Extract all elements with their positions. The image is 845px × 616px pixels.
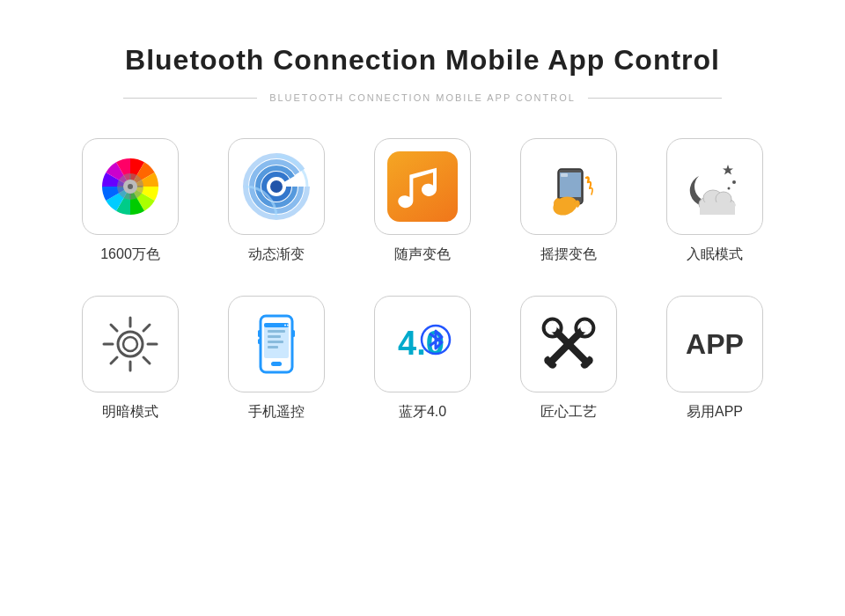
- music-bg: [387, 151, 458, 222]
- icon-item-color16: 1600万色: [73, 138, 187, 264]
- svg-rect-43: [258, 339, 261, 344]
- app-text: APP: [686, 328, 744, 361]
- svg-line-35: [111, 357, 117, 363]
- svg-rect-47: [268, 341, 283, 343]
- brightness-icon: [95, 309, 165, 379]
- music-note-icon: [387, 151, 458, 222]
- main-title: Bluetooth Connection Mobile App Control: [125, 44, 720, 77]
- icon-label-app: 易用APP: [687, 403, 743, 422]
- svg-rect-42: [258, 330, 261, 337]
- icon-label-brightness: 明暗模式: [102, 403, 158, 422]
- icon-box-sleep: [666, 138, 763, 235]
- subtitle-text: BLUETOOTH CONNECTION MOBILE APP CONTROL: [257, 92, 588, 103]
- dynamic-gradient-icon: [241, 151, 312, 222]
- svg-point-18: [732, 180, 736, 184]
- icon-box-shake: [520, 138, 617, 235]
- icon-item-brightness: 明暗模式: [73, 296, 187, 422]
- icon-box-brightness: [82, 296, 179, 392]
- svg-rect-25: [700, 202, 735, 215]
- icons-row-2: 明暗模式: [73, 296, 772, 422]
- svg-point-19: [728, 187, 731, 190]
- color-wheel-icon: [95, 151, 165, 222]
- icon-label-bluetooth: 蓝牙4.0: [399, 403, 446, 422]
- svg-rect-44: [292, 330, 295, 337]
- icon-label-dynamic: 动态渐变: [248, 246, 305, 264]
- icon-box-dynamic: [228, 138, 325, 235]
- icon-label-color16: 1600万色: [100, 246, 160, 264]
- phone-remote-icon: [241, 309, 312, 379]
- icon-item-shake: 摇摆变色: [511, 138, 626, 264]
- icon-label-craft: 匠心工艺: [540, 403, 597, 422]
- icon-label-remote: 手机遥控: [248, 403, 305, 422]
- icon-item-craft: 匠心工艺: [511, 296, 626, 422]
- subtitle-line-right: [588, 98, 722, 99]
- subtitle-line-left: [123, 98, 257, 99]
- icon-box-bluetooth: 4.0: [374, 296, 471, 392]
- icon-box-app: APP: [666, 296, 763, 392]
- svg-point-11: [270, 180, 283, 193]
- icon-item-music: 随声变色: [365, 138, 480, 264]
- svg-marker-17: [723, 165, 733, 175]
- svg-rect-48: [268, 346, 278, 348]
- tools-icon: [533, 309, 604, 379]
- svg-point-27: [123, 337, 137, 351]
- icon-item-app: APP 易用APP: [658, 296, 772, 422]
- svg-line-34: [143, 325, 150, 331]
- icon-box-craft: [520, 296, 617, 392]
- svg-rect-45: [268, 330, 285, 333]
- icon-item-dynamic: 动态渐变: [219, 138, 334, 264]
- svg-point-26: [118, 332, 143, 356]
- icon-box-music: [374, 138, 471, 235]
- phone-shake-icon: [533, 151, 604, 222]
- icon-item-sleep: 入眠模式: [658, 138, 772, 264]
- icons-grid: 1600万色: [73, 138, 772, 422]
- icon-label-shake: 摇摆变色: [540, 246, 597, 264]
- svg-rect-14: [561, 173, 568, 177]
- icon-box-color16: [82, 138, 179, 235]
- icon-box-remote: [228, 296, 325, 392]
- subtitle-wrapper: BLUETOOTH CONNECTION MOBILE APP CONTROL: [123, 92, 722, 103]
- icon-item-bluetooth: 4.0 蓝牙4.0: [365, 296, 480, 422]
- svg-point-2: [128, 184, 133, 189]
- bluetooth-icon: 4.0: [387, 309, 458, 379]
- sleep-mode-icon: [680, 151, 750, 222]
- icon-label-sleep: 入眠模式: [687, 246, 743, 264]
- svg-line-33: [143, 357, 150, 363]
- svg-point-39: [284, 325, 286, 326]
- svg-point-40: [287, 325, 289, 326]
- icon-label-music: 随声变色: [394, 246, 451, 264]
- icon-item-remote: 手机遥控: [219, 296, 334, 422]
- svg-line-32: [111, 325, 117, 331]
- svg-rect-41: [271, 362, 282, 366]
- svg-rect-46: [268, 335, 281, 338]
- icons-row-1: 1600万色: [73, 138, 772, 264]
